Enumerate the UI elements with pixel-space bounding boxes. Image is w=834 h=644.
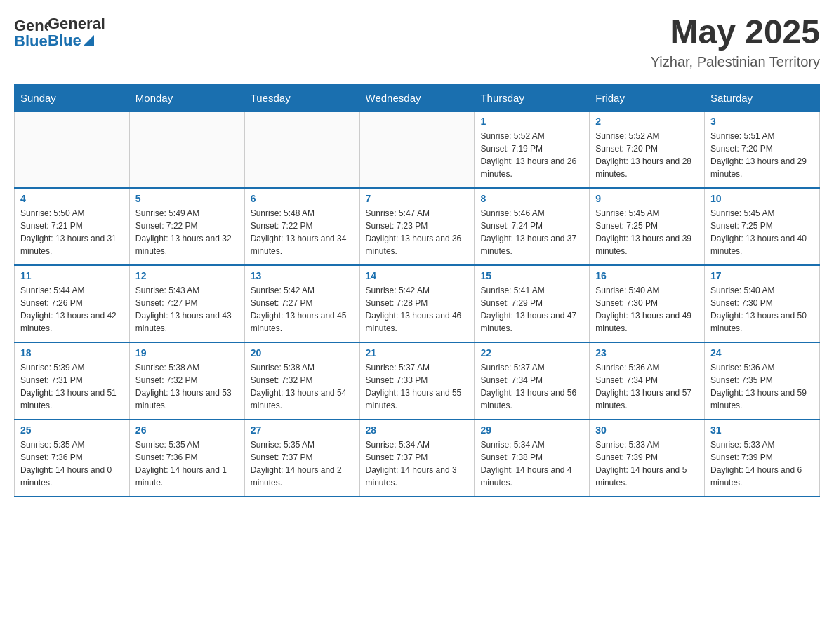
calendar-cell: 9Sunrise: 5:45 AMSunset: 7:25 PMDaylight… [590, 188, 705, 265]
day-number: 2 [595, 116, 699, 127]
day-number: 14 [366, 270, 469, 281]
location-subtitle: Yizhar, Palestinian Territory [651, 54, 820, 70]
header-wednesday: Wednesday [359, 84, 475, 111]
header-friday: Friday [590, 84, 705, 111]
calendar-cell: 28Sunrise: 5:34 AMSunset: 7:37 PMDayligh… [359, 420, 475, 497]
logo-general-text: General [48, 15, 105, 32]
day-number: 6 [251, 193, 354, 204]
day-info: Sunrise: 5:52 AMSunset: 7:20 PMDaylight:… [595, 130, 699, 180]
day-number: 21 [366, 347, 469, 358]
calendar-row-5: 25Sunrise: 5:35 AMSunset: 7:36 PMDayligh… [15, 420, 820, 497]
calendar-cell: 14Sunrise: 5:42 AMSunset: 7:28 PMDayligh… [359, 265, 475, 342]
day-number: 25 [20, 424, 124, 436]
day-info: Sunrise: 5:45 AMSunset: 7:25 PMDaylight:… [595, 207, 699, 257]
calendar-row-2: 4Sunrise: 5:50 AMSunset: 7:21 PMDaylight… [15, 188, 820, 265]
day-number: 12 [135, 270, 239, 281]
day-number: 24 [710, 347, 814, 358]
day-info: Sunrise: 5:35 AMSunset: 7:37 PMDaylight:… [251, 438, 354, 489]
day-number: 9 [595, 193, 699, 204]
calendar-cell: 21Sunrise: 5:37 AMSunset: 7:33 PMDayligh… [359, 342, 475, 420]
day-info: Sunrise: 5:35 AMSunset: 7:36 PMDaylight:… [135, 438, 239, 489]
calendar-body: 1Sunrise: 5:52 AMSunset: 7:19 PMDaylight… [15, 111, 820, 497]
header-saturday: Saturday [705, 84, 820, 111]
calendar-cell: 5Sunrise: 5:49 AMSunset: 7:22 PMDaylight… [129, 188, 244, 265]
day-info: Sunrise: 5:50 AMSunset: 7:21 PMDaylight:… [20, 207, 124, 257]
calendar-cell [359, 111, 475, 188]
page-header: General Blue General Blue May 2025 Yizha… [14, 14, 820, 70]
day-number: 27 [251, 424, 354, 436]
day-number: 30 [595, 424, 699, 436]
title-block: May 2025 Yizhar, Palestinian Territory [651, 14, 820, 70]
calendar-cell: 26Sunrise: 5:35 AMSunset: 7:36 PMDayligh… [129, 420, 244, 497]
day-info: Sunrise: 5:42 AMSunset: 7:27 PMDaylight:… [251, 284, 354, 335]
calendar-cell: 27Sunrise: 5:35 AMSunset: 7:37 PMDayligh… [244, 420, 359, 497]
calendar-cell: 7Sunrise: 5:47 AMSunset: 7:23 PMDaylight… [359, 188, 475, 265]
svg-marker-3 [83, 35, 94, 46]
day-info: Sunrise: 5:36 AMSunset: 7:34 PMDaylight:… [595, 361, 699, 412]
day-info: Sunrise: 5:49 AMSunset: 7:22 PMDaylight:… [135, 207, 239, 257]
day-number: 10 [710, 193, 814, 204]
calendar-cell: 29Sunrise: 5:34 AMSunset: 7:38 PMDayligh… [475, 420, 590, 497]
calendar-row-1: 1Sunrise: 5:52 AMSunset: 7:19 PMDaylight… [15, 111, 820, 188]
day-info: Sunrise: 5:38 AMSunset: 7:32 PMDaylight:… [251, 361, 354, 412]
calendar-cell: 8Sunrise: 5:46 AMSunset: 7:24 PMDaylight… [475, 188, 590, 265]
calendar-cell: 15Sunrise: 5:41 AMSunset: 7:29 PMDayligh… [475, 265, 590, 342]
day-number: 19 [135, 347, 239, 358]
day-number: 26 [135, 424, 239, 436]
day-number: 18 [20, 347, 124, 358]
day-info: Sunrise: 5:41 AMSunset: 7:29 PMDaylight:… [480, 284, 583, 335]
day-number: 3 [710, 116, 814, 127]
calendar-cell: 18Sunrise: 5:39 AMSunset: 7:31 PMDayligh… [15, 342, 130, 420]
calendar-cell: 23Sunrise: 5:36 AMSunset: 7:34 PMDayligh… [590, 342, 705, 420]
day-info: Sunrise: 5:42 AMSunset: 7:28 PMDaylight:… [366, 284, 469, 335]
day-number: 1 [480, 116, 583, 127]
day-number: 8 [480, 193, 583, 204]
calendar-cell: 30Sunrise: 5:33 AMSunset: 7:39 PMDayligh… [590, 420, 705, 497]
calendar-cell: 2Sunrise: 5:52 AMSunset: 7:20 PMDaylight… [590, 111, 705, 188]
calendar-cell: 4Sunrise: 5:50 AMSunset: 7:21 PMDaylight… [15, 188, 130, 265]
day-number: 23 [595, 347, 699, 358]
day-info: Sunrise: 5:43 AMSunset: 7:27 PMDaylight:… [135, 284, 239, 335]
day-info: Sunrise: 5:51 AMSunset: 7:20 PMDaylight:… [710, 130, 814, 180]
day-info: Sunrise: 5:52 AMSunset: 7:19 PMDaylight:… [480, 130, 583, 180]
day-info: Sunrise: 5:44 AMSunset: 7:26 PMDaylight:… [20, 284, 124, 335]
calendar-cell: 11Sunrise: 5:44 AMSunset: 7:26 PMDayligh… [15, 265, 130, 342]
calendar-cell: 31Sunrise: 5:33 AMSunset: 7:39 PMDayligh… [705, 420, 820, 497]
header-thursday: Thursday [475, 84, 590, 111]
calendar-row-4: 18Sunrise: 5:39 AMSunset: 7:31 PMDayligh… [15, 342, 820, 420]
day-number: 16 [595, 270, 699, 281]
day-number: 17 [710, 270, 814, 281]
day-info: Sunrise: 5:33 AMSunset: 7:39 PMDaylight:… [595, 438, 699, 489]
logo: General Blue General Blue [14, 14, 105, 51]
calendar-cell [129, 111, 244, 188]
day-info: Sunrise: 5:34 AMSunset: 7:37 PMDaylight:… [366, 438, 469, 489]
day-info: Sunrise: 5:35 AMSunset: 7:36 PMDaylight:… [20, 438, 124, 489]
calendar-cell: 1Sunrise: 5:52 AMSunset: 7:19 PMDaylight… [475, 111, 590, 188]
header-tuesday: Tuesday [244, 84, 359, 111]
calendar-cell: 6Sunrise: 5:48 AMSunset: 7:22 PMDaylight… [244, 188, 359, 265]
day-number: 22 [480, 347, 583, 358]
day-info: Sunrise: 5:37 AMSunset: 7:34 PMDaylight:… [480, 361, 583, 412]
day-info: Sunrise: 5:37 AMSunset: 7:33 PMDaylight:… [366, 361, 469, 412]
day-number: 31 [710, 424, 814, 436]
calendar-cell: 13Sunrise: 5:42 AMSunset: 7:27 PMDayligh… [244, 265, 359, 342]
day-number: 13 [251, 270, 354, 281]
calendar-cell: 3Sunrise: 5:51 AMSunset: 7:20 PMDaylight… [705, 111, 820, 188]
day-info: Sunrise: 5:46 AMSunset: 7:24 PMDaylight:… [480, 207, 583, 257]
logo-triangle-icon [83, 35, 94, 46]
month-title: May 2025 [651, 14, 820, 51]
day-info: Sunrise: 5:34 AMSunset: 7:38 PMDaylight:… [480, 438, 583, 489]
day-info: Sunrise: 5:40 AMSunset: 7:30 PMDaylight:… [595, 284, 699, 335]
calendar-cell: 24Sunrise: 5:36 AMSunset: 7:35 PMDayligh… [705, 342, 820, 420]
day-info: Sunrise: 5:47 AMSunset: 7:23 PMDaylight:… [366, 207, 469, 257]
calendar-cell [15, 111, 130, 188]
svg-text:Blue: Blue [14, 32, 48, 50]
calendar-row-3: 11Sunrise: 5:44 AMSunset: 7:26 PMDayligh… [15, 265, 820, 342]
calendar-cell: 22Sunrise: 5:37 AMSunset: 7:34 PMDayligh… [475, 342, 590, 420]
day-info: Sunrise: 5:40 AMSunset: 7:30 PMDaylight:… [710, 284, 814, 335]
calendar-cell: 10Sunrise: 5:45 AMSunset: 7:25 PMDayligh… [705, 188, 820, 265]
day-number: 7 [366, 193, 469, 204]
header-sunday: Sunday [15, 84, 130, 111]
day-number: 15 [480, 270, 583, 281]
calendar-cell: 16Sunrise: 5:40 AMSunset: 7:30 PMDayligh… [590, 265, 705, 342]
